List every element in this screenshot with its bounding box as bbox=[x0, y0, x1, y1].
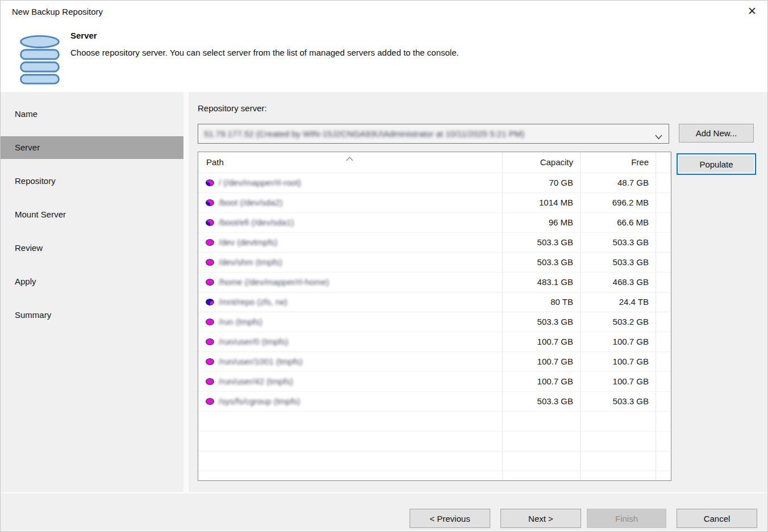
capacity-cell: 503.3 GB bbox=[503, 392, 581, 412]
path-cell: /run (tmpfs) bbox=[219, 312, 262, 332]
free-cell: 503.3 GB bbox=[581, 253, 656, 273]
path-cell: / (/dev/mapper/rl-root) bbox=[219, 173, 301, 192]
table-row[interactable]: /run (tmpfs) 503.3 GB 503.2 GB bbox=[198, 312, 671, 332]
finish-button[interactable]: Finish bbox=[587, 509, 666, 528]
row-spacer-cell bbox=[656, 332, 671, 352]
path-cell: /run/user/0 (tmpfs) bbox=[219, 332, 289, 351]
row-spacer-cell bbox=[656, 352, 671, 372]
free-cell: 24.4 TB bbox=[581, 292, 656, 312]
sidebar-item-name[interactable]: Name bbox=[1, 103, 183, 125]
sidebar-item-summary[interactable]: Summary bbox=[1, 304, 183, 326]
disk-usage-pie-icon bbox=[206, 279, 214, 286]
path-cell: /home (/dev/mapper/rl-home) bbox=[219, 273, 329, 292]
disk-usage-pie-icon bbox=[206, 358, 214, 365]
chevron-down-icon bbox=[655, 132, 662, 141]
free-cell: 48.7 GB bbox=[581, 173, 656, 193]
path-cell: /dev/shm (tmpfs) bbox=[219, 253, 282, 272]
capacity-cell: 96 MB bbox=[503, 213, 581, 233]
repository-server-dropdown[interactable]: 51.79.177.52 (Created by WIN-15J2CNGA93U… bbox=[198, 124, 669, 144]
empty-table-row[interactable] bbox=[198, 412, 671, 432]
row-spacer-cell bbox=[656, 253, 671, 273]
column-header-capacity[interactable]: Capacity bbox=[503, 152, 581, 173]
column-header-free[interactable]: Free bbox=[581, 152, 656, 173]
close-icon: ✕ bbox=[748, 5, 757, 17]
free-cell: 503.2 GB bbox=[581, 312, 656, 332]
disk-usage-pie-icon bbox=[206, 239, 214, 246]
table-row[interactable]: /home (/dev/mapper/rl-home) 483.1 GB 468… bbox=[198, 273, 671, 292]
populate-button[interactable]: Populate bbox=[677, 153, 756, 175]
disk-usage-pie-icon bbox=[206, 179, 214, 186]
table-row[interactable]: /run/user/42 (tmpfs) 100.7 GB 100.7 GB bbox=[198, 372, 671, 392]
wizard-body: Name Server Repository Mount Server Revi… bbox=[1, 92, 767, 531]
empty-table-row[interactable] bbox=[198, 451, 671, 471]
row-spacer-cell bbox=[656, 233, 671, 253]
capacity-cell: 100.7 GB bbox=[503, 332, 581, 352]
table-row[interactable]: /boot/efi (/dev/sda1) 96 MB 66.6 MB bbox=[198, 213, 671, 233]
table-body: / (/dev/mapper/rl-root) 70 GB 48.7 GB /b… bbox=[198, 173, 671, 481]
row-spacer-cell bbox=[656, 193, 671, 213]
page-title: Server bbox=[70, 31, 97, 40]
sidebar-item-server[interactable]: Server bbox=[1, 136, 183, 159]
table-row[interactable]: /mnt/repo (zfs, rw) 80 TB 24.4 TB bbox=[198, 292, 671, 312]
path-cell: /run/user/42 (tmpfs) bbox=[219, 372, 293, 391]
row-spacer-cell bbox=[656, 213, 671, 233]
disk-usage-pie-icon bbox=[206, 199, 214, 206]
capacity-cell: 503.3 GB bbox=[503, 233, 581, 253]
capacity-cell: 1014 MB bbox=[503, 193, 581, 213]
row-spacer-cell bbox=[656, 273, 671, 292]
table-row[interactable]: /run/user/0 (tmpfs) 100.7 GB 100.7 GB bbox=[198, 332, 671, 352]
free-cell: 696.2 MB bbox=[581, 193, 656, 213]
path-cell: /sys/fs/cgroup (tmpfs) bbox=[219, 392, 300, 411]
table-row[interactable]: /sys/fs/cgroup (tmpfs) 503.3 GB 503.3 GB bbox=[198, 392, 671, 412]
sidebar-item-mount-server[interactable]: Mount Server bbox=[1, 203, 183, 226]
disk-usage-pie-icon bbox=[206, 319, 214, 325]
wizard-steps-sidebar: Name Server Repository Mount Server Revi… bbox=[1, 103, 183, 337]
row-spacer-cell bbox=[656, 372, 671, 392]
free-cell: 100.7 GB bbox=[581, 372, 656, 392]
table-row[interactable]: /boot (/dev/sda2) 1014 MB 696.2 MB bbox=[198, 193, 671, 213]
disk-usage-pie-icon bbox=[206, 299, 214, 305]
sidebar-item-repository[interactable]: Repository bbox=[1, 170, 183, 192]
disk-usage-pie-icon bbox=[206, 259, 214, 266]
sidebar-divider bbox=[183, 92, 189, 492]
path-cell: /mnt/repo (zfs, rw) bbox=[219, 292, 287, 312]
disk-usage-pie-icon bbox=[206, 219, 214, 226]
path-cell: /run/user/1001 (tmpfs) bbox=[219, 352, 303, 371]
empty-table-row[interactable] bbox=[198, 432, 671, 451]
add-new-button[interactable]: Add New... bbox=[679, 124, 754, 143]
window-title: New Backup Repository bbox=[12, 7, 103, 16]
free-cell: 100.7 GB bbox=[581, 332, 656, 352]
previous-button[interactable]: < Previous bbox=[410, 509, 490, 528]
sidebar-item-apply[interactable]: Apply bbox=[1, 270, 183, 293]
capacity-cell: 503.3 GB bbox=[503, 253, 581, 273]
repository-server-value: 51.79.177.52 (Created by WIN-15J2CNGA93U… bbox=[204, 129, 524, 139]
table-row[interactable]: /dev/shm (tmpfs) 503.3 GB 503.3 GB bbox=[198, 253, 671, 273]
next-button[interactable]: Next > bbox=[500, 509, 581, 528]
table-row[interactable]: / (/dev/mapper/rl-root) 70 GB 48.7 GB bbox=[198, 173, 671, 193]
page-description: Choose repository server. You can select… bbox=[70, 48, 459, 57]
row-spacer-cell bbox=[656, 312, 671, 332]
capacity-cell: 100.7 GB bbox=[503, 372, 581, 392]
capacity-cell: 503.3 GB bbox=[503, 312, 581, 332]
sidebar-item-review[interactable]: Review bbox=[1, 237, 183, 259]
close-button[interactable]: ✕ bbox=[744, 3, 761, 20]
database-icon bbox=[18, 35, 62, 86]
empty-table-row[interactable] bbox=[198, 471, 671, 481]
cancel-button[interactable]: Cancel bbox=[677, 509, 757, 528]
path-cell: /boot/efi (/dev/sda1) bbox=[219, 213, 294, 232]
new-backup-repository-dialog: New Backup Repository ✕ Server Choose re… bbox=[0, 0, 768, 532]
free-cell: 503.3 GB bbox=[581, 392, 656, 412]
mount-points-table[interactable]: Path Capacity Free / (/dev/mapper/rl-roo… bbox=[198, 152, 671, 481]
disk-usage-pie-icon bbox=[206, 338, 214, 345]
free-cell: 66.6 MB bbox=[581, 213, 656, 233]
table-header-row[interactable]: Path Capacity Free bbox=[198, 152, 671, 173]
path-cell: /dev (devtmpfs) bbox=[219, 233, 277, 252]
table-row[interactable]: /dev (devtmpfs) 503.3 GB 503.3 GB bbox=[198, 233, 671, 253]
capacity-cell: 80 TB bbox=[503, 292, 581, 312]
row-spacer-cell bbox=[656, 392, 671, 412]
row-spacer-cell bbox=[656, 173, 671, 193]
path-cell: /boot (/dev/sda2) bbox=[219, 193, 283, 212]
free-cell: 468.3 GB bbox=[581, 273, 656, 292]
table-row[interactable]: /run/user/1001 (tmpfs) 100.7 GB 100.7 GB bbox=[198, 352, 671, 372]
free-cell: 100.7 GB bbox=[581, 352, 656, 372]
